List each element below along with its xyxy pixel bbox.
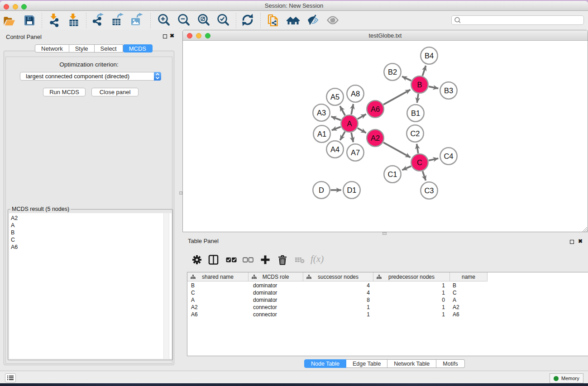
svg-text:B4: B4: [425, 52, 434, 60]
svg-text:A6: A6: [371, 105, 380, 113]
svg-text:A1: A1: [317, 130, 326, 138]
svg-text:A3: A3: [317, 109, 326, 117]
svg-text:A4: A4: [330, 145, 339, 153]
svg-text:C2: C2: [410, 129, 420, 138]
svg-text:A: A: [347, 119, 352, 128]
svg-text:C4: C4: [444, 152, 453, 160]
svg-text:B1: B1: [411, 109, 420, 117]
svg-text:B: B: [417, 81, 422, 89]
svg-text:A8: A8: [351, 90, 360, 98]
svg-text:D1: D1: [347, 186, 356, 194]
svg-text:C1: C1: [387, 170, 397, 178]
svg-text:C: C: [417, 158, 422, 167]
svg-text:A2: A2: [371, 134, 380, 142]
svg-text:B3: B3: [444, 86, 453, 95]
svg-text:D: D: [319, 186, 324, 194]
svg-text:C3: C3: [424, 186, 434, 195]
svg-text:A7: A7: [351, 148, 360, 157]
svg-text:B2: B2: [388, 68, 397, 76]
svg-text:A5: A5: [330, 93, 339, 101]
